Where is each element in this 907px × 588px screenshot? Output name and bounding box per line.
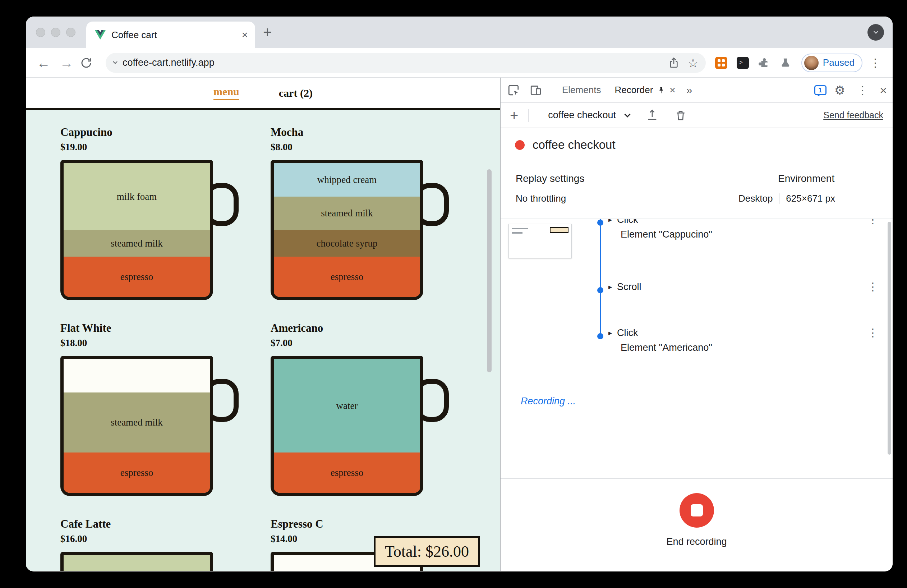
- menu-item[interactable]: Cafe Latte $16.00: [60, 518, 271, 571]
- step-detail: Element "Cappucino": [620, 229, 893, 240]
- tab-elements[interactable]: Elements: [559, 85, 604, 96]
- cup-layer: water: [274, 359, 420, 452]
- recording-status: Recording ...: [521, 396, 893, 407]
- item-name: Flat White: [60, 322, 271, 335]
- cup-layer: espresso: [64, 256, 210, 297]
- site-info-chevron-icon[interactable]: [113, 59, 117, 64]
- environment-block: Environment Desktop 625×671 px: [739, 173, 835, 204]
- cup-layers: whipped creamsteamed milkchocolate syrup…: [274, 163, 420, 297]
- disclosure-triangle-icon[interactable]: ▸: [608, 282, 612, 291]
- nav-menu-link[interactable]: menu: [213, 85, 239, 100]
- cup-layer-label: espresso: [331, 271, 363, 282]
- issues-badge[interactable]: 1: [814, 85, 827, 95]
- recorder-step[interactable]: ▸ Scroll ⋮: [608, 280, 893, 293]
- cart-total[interactable]: Total: $26.00: [374, 536, 480, 567]
- stop-icon: [691, 504, 703, 516]
- bookmark-star-icon[interactable]: ☆: [687, 57, 698, 69]
- browser-tab[interactable]: Coffee cart ×: [86, 22, 255, 48]
- step-menu-button[interactable]: ⋮: [867, 219, 878, 225]
- cup-layer-label: water: [337, 401, 358, 412]
- extensions-puzzle-icon[interactable]: [758, 56, 771, 70]
- address-bar[interactable]: coffee-cart.netlify.app ☆: [106, 53, 706, 73]
- cup-layer-label: milk foam: [117, 191, 157, 202]
- window-minimize-button[interactable]: [51, 28, 60, 37]
- chevron-down-icon: [873, 29, 878, 34]
- tab-recorder[interactable]: Recorder ×: [612, 85, 678, 96]
- step-menu-button[interactable]: ⋮: [867, 281, 878, 292]
- extension-terminal-icon[interactable]: >_: [736, 56, 750, 70]
- inspect-element-icon[interactable]: [506, 83, 521, 98]
- coffee-cup[interactable]: milk foamsteamed milkespresso: [60, 160, 213, 300]
- cup-layer: whipped cream: [274, 163, 420, 197]
- nav-cart-link[interactable]: cart (2): [279, 87, 312, 99]
- refresh-button[interactable]: [80, 56, 99, 69]
- cup-layer: espresso: [64, 452, 210, 493]
- browser-menu-button[interactable]: ⋮: [866, 57, 885, 69]
- replay-settings-block: Replay settings No throttling: [516, 173, 584, 204]
- timeline-dot: [597, 219, 603, 226]
- menu-grid: Cappucino $19.00 milk foamsteamed milkes…: [60, 126, 500, 571]
- window-zoom-button[interactable]: [66, 28, 75, 37]
- recorder-step[interactable]: ▸ Click ⋮ Element "Americano": [608, 326, 893, 353]
- coffee-cup[interactable]: waterespresso: [271, 356, 423, 496]
- cup-layers: waterespresso: [274, 359, 420, 493]
- close-devtools-icon[interactable]: ×: [880, 84, 887, 96]
- recorder-toolbar: + coffee checkout Send feedba: [501, 103, 893, 128]
- device-toolbar-icon[interactable]: [529, 83, 543, 98]
- coffee-cup[interactable]: steamed milkespresso: [60, 356, 213, 496]
- devtools-menu-button[interactable]: ⋮: [853, 85, 872, 96]
- end-recording-button[interactable]: [679, 493, 714, 528]
- menu-item[interactable]: Cappucino $19.00 milk foamsteamed milkes…: [60, 126, 271, 300]
- cup-layer: espresso: [274, 452, 420, 493]
- menu-item[interactable]: Flat White $18.00 steamed milkespresso: [60, 322, 271, 496]
- send-feedback-link[interactable]: Send feedback: [823, 110, 883, 120]
- item-price: $16.00: [60, 534, 271, 545]
- more-tabs-icon[interactable]: »: [686, 84, 692, 96]
- recording-select[interactable]: coffee checkout: [548, 110, 630, 121]
- profile-avatar: [804, 56, 819, 70]
- browser-window: Coffee cart × + ← → coffee-cart.netlify.…: [26, 16, 893, 572]
- export-recording-icon[interactable]: [646, 109, 658, 122]
- devtools-scrollbar[interactable]: [888, 222, 891, 455]
- new-tab-button[interactable]: +: [263, 25, 272, 40]
- add-recording-button[interactable]: +: [507, 108, 521, 123]
- coffee-cup[interactable]: whipped creamsteamed milkchocolate syrup…: [271, 160, 423, 300]
- share-icon[interactable]: [668, 57, 679, 69]
- extension-flask-icon[interactable]: [779, 56, 793, 70]
- delete-recording-icon[interactable]: [675, 109, 686, 122]
- cup-layer-label: whipped cream: [317, 174, 377, 186]
- replay-settings-heading: Replay settings: [516, 173, 584, 184]
- recorder-step[interactable]: ▸ Click ⋮ Element "Cappucino": [608, 219, 893, 240]
- chevron-down-icon: [625, 111, 631, 117]
- disclosure-triangle-icon[interactable]: ▸: [608, 219, 612, 224]
- cup-layer: [64, 555, 210, 571]
- environment-viewport: 625×671 px: [786, 193, 835, 204]
- menu-item[interactable]: Mocha $8.00 whipped creamsteamed milkcho…: [271, 126, 481, 300]
- tab-close-icon[interactable]: ×: [242, 29, 248, 40]
- extension-grid-icon[interactable]: [715, 56, 728, 70]
- coffee-cup[interactable]: [60, 552, 213, 571]
- cup-layer-label: steamed milk: [111, 417, 163, 428]
- step-detail: Element "Americano": [620, 342, 893, 353]
- environment-heading: Environment: [778, 173, 835, 184]
- profile-button[interactable]: Paused: [801, 54, 862, 72]
- step-menu-button[interactable]: ⋮: [867, 327, 878, 338]
- cup-layer: espresso: [274, 256, 420, 297]
- disclosure-triangle-icon[interactable]: ▸: [608, 328, 612, 337]
- tab-search-button[interactable]: [867, 24, 884, 41]
- close-recorder-tab-icon[interactable]: ×: [670, 85, 675, 95]
- throttling-value[interactable]: No throttling: [516, 193, 584, 204]
- item-price: $18.00: [60, 338, 271, 349]
- page-scrollbar[interactable]: [487, 169, 492, 372]
- recording-title-row: coffee checkout: [501, 128, 893, 162]
- devtools-tabbar: Elements Recorder × » 1 ⚙ ⋮: [501, 78, 893, 103]
- forward-button[interactable]: →: [57, 56, 76, 70]
- cup-layer-label: steamed milk: [111, 238, 163, 249]
- url-text[interactable]: coffee-cart.netlify.app: [123, 57, 662, 68]
- timeline-dot: [597, 333, 603, 339]
- window-close-button[interactable]: [36, 28, 45, 37]
- menu-item[interactable]: Americano $7.00 waterespresso: [271, 322, 481, 496]
- gear-icon[interactable]: ⚙: [835, 84, 845, 96]
- back-button[interactable]: ←: [34, 56, 53, 70]
- item-price: $8.00: [271, 142, 481, 153]
